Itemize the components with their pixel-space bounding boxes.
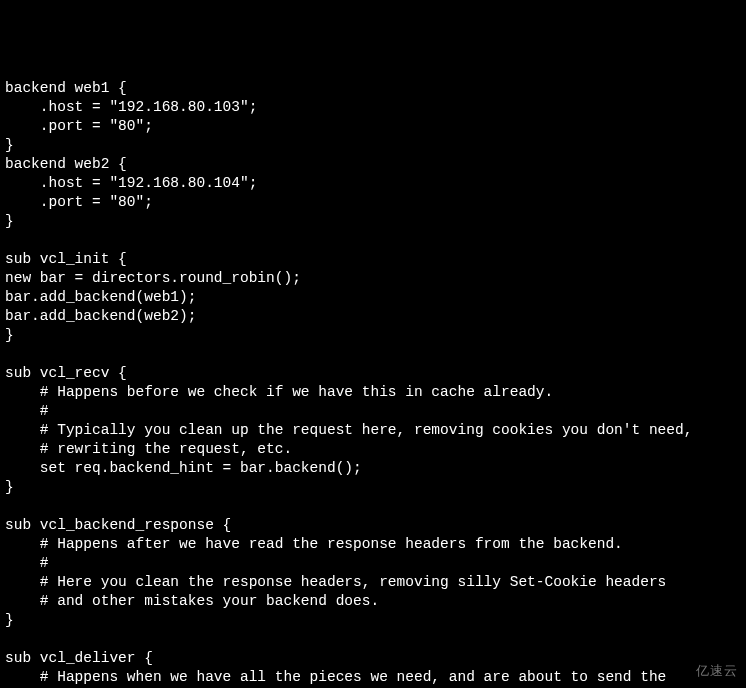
code-line: set req.backend_hint = bar.backend(); [5,460,362,476]
code-line: .host = "192.168.80.104"; [5,175,257,191]
code-line: .host = "192.168.80.103"; [5,99,257,115]
code-line: .port = "80"; [5,194,153,210]
cloud-icon [666,662,692,680]
code-line: # Happens when we have all the pieces we… [5,669,666,685]
code-line: } [5,137,14,153]
code-line: .port = "80"; [5,118,153,134]
terminal-code-block: backend web1 { .host = "192.168.80.103";… [5,79,741,688]
code-line: sub vcl_init { [5,251,127,267]
code-line: } [5,479,14,495]
code-line: sub vcl_recv { [5,365,127,381]
watermark: 亿速云 [666,661,738,680]
watermark-text: 亿速云 [696,661,738,680]
code-line: sub vcl_deliver { [5,650,153,666]
code-line: # [5,403,49,419]
code-line: new bar = directors.round_robin(); [5,270,301,286]
code-line: bar.add_backend(web2); [5,308,196,324]
code-line: # rewriting the request, etc. [5,441,292,457]
code-line: # Here you clean the response headers, r… [5,574,666,590]
code-line: } [5,612,14,628]
code-line: # Typically you clean up the request her… [5,422,692,438]
code-line: } [5,327,14,343]
code-line: backend web1 { [5,80,127,96]
code-line: # Happens before we check if we have thi… [5,384,553,400]
code-line: # Happens after we have read the respons… [5,536,623,552]
code-line: } [5,213,14,229]
code-line: # and other mistakes your backend does. [5,593,379,609]
code-line: backend web2 { [5,156,127,172]
code-line: # [5,555,49,571]
code-line: sub vcl_backend_response { [5,517,231,533]
code-line: bar.add_backend(web1); [5,289,196,305]
